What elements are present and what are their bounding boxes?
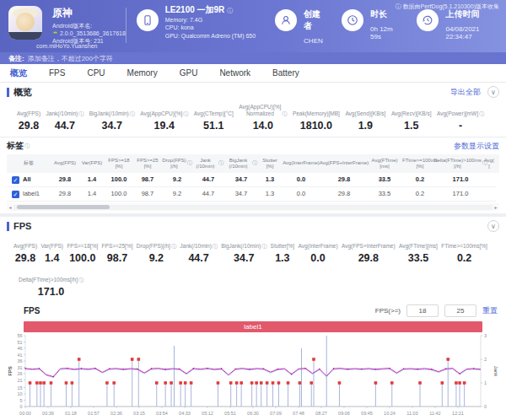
fps-threshold-label: FPS(>=) — [375, 307, 401, 315]
table-header-row: 标签Avg(FPS)Var(FPS)FPS>=18 [%]FPS>=25 [%]… — [7, 154, 499, 173]
stat-FTime>=100ms[%]: FTime>=100ms[%]0.2 — [441, 235, 487, 264]
info-icon[interactable]: ⓘ — [252, 160, 257, 167]
info-icon[interactable]: ⓘ — [282, 110, 287, 117]
jank-marker — [155, 381, 159, 385]
jank-marker — [277, 381, 281, 385]
device-cpu: kona — [180, 24, 193, 30]
stat-Avg(CTemp)[°C]: Avg(CTemp)[°C]51.1 — [194, 103, 234, 132]
info-icon: ⓘ — [396, 3, 401, 11]
scrollbar-track[interactable] — [13, 205, 493, 210]
info-icon[interactable]: ⓘ — [479, 110, 484, 117]
x-tick: 03:15 — [133, 411, 145, 416]
upload-time-value: 04/08/2021 22:34:47 — [445, 25, 498, 40]
jank-marker — [217, 381, 220, 385]
info-icon[interactable]: ⓘ — [213, 243, 218, 250]
collapse-fps-button[interactable]: ∨ — [487, 220, 499, 232]
row-checkbox[interactable]: ✓ — [12, 191, 19, 198]
reset-link[interactable]: 重置 — [482, 305, 498, 316]
duration-block: 时长 0h 12m 59s — [342, 6, 398, 40]
scroll-left-arrow[interactable]: ◄ — [7, 205, 13, 210]
tab-Network[interactable]: Network — [219, 68, 250, 78]
column-header-text: Avg( [ — [483, 158, 495, 170]
scrollbar-thumb[interactable] — [17, 205, 110, 209]
stat-label: Avg(InterFrame) — [298, 235, 337, 250]
column-header-text: Jank (/10min) — [193, 158, 218, 170]
info-icon[interactable]: ⓘ — [227, 7, 233, 15]
jank-marker — [170, 381, 173, 385]
stat-value: 9.2 — [137, 252, 176, 264]
info-icon[interactable]: ⓘ — [130, 110, 135, 117]
info-icon[interactable]: ⓘ — [78, 110, 83, 117]
fps-threshold-input-low[interactable] — [406, 304, 439, 317]
stat-label: Avg(FPS) — [17, 103, 40, 117]
fps-point — [333, 368, 335, 369]
column-header-text: Drop(FPS) [/h] — [162, 158, 186, 170]
perfdog-source-note: ⓘ 数据由PerfDog(5.1.210300)版本收集 — [396, 3, 499, 11]
fps-threshold-input-high[interactable] — [444, 304, 476, 317]
column-header: Avg( [ — [482, 154, 496, 173]
info-icon[interactable]: ⓘ — [78, 277, 83, 283]
creator-label: 创建者 — [304, 8, 323, 32]
column-header: 标签 — [7, 154, 51, 173]
row-value-cell: 1.3 — [258, 187, 282, 202]
jank-marker — [287, 381, 290, 385]
stat-label-text: FTime>=100ms[%] — [441, 243, 487, 250]
x-tick: 05:51 — [224, 411, 236, 416]
stat-label: Peak(Memory)[MB] — [293, 103, 340, 117]
row-value-cell: 9.2 — [162, 187, 192, 202]
fps-chart[interactable]: 0510152126313641465156012300:0000:3901:1… — [0, 334, 506, 420]
stat-value: 33.5 — [399, 252, 438, 264]
info-icon[interactable]: ⓘ — [24, 143, 30, 150]
fps-point — [109, 369, 110, 370]
stat-label-text: Avg(FPS) — [13, 243, 37, 250]
row-checkbox[interactable]: ✓ — [12, 176, 19, 184]
info-icon[interactable]: ⓘ — [261, 243, 266, 250]
fps-point — [179, 369, 180, 370]
app-name: 原神 — [52, 6, 126, 20]
tab-Battery[interactable]: Battery — [272, 68, 299, 78]
collapse-overview-button[interactable]: ∨ — [487, 86, 499, 98]
column-header-text: Var(FPS) — [82, 160, 103, 167]
notes-label: 备注: — [8, 54, 24, 63]
fps-point — [431, 369, 433, 370]
x-tick: 07:09 — [270, 411, 282, 416]
info-icon[interactable]: ⓘ — [218, 160, 223, 167]
info-icon[interactable]: ⓘ — [187, 160, 192, 167]
stat-label: Avg(FTime)[ms] — [399, 235, 438, 250]
info-icon[interactable]: ⓘ — [183, 110, 188, 117]
info-icon[interactable]: ⓘ — [171, 243, 176, 250]
y-right-tick: 1 — [484, 380, 487, 385]
tab-概览[interactable]: 概览 — [10, 67, 27, 79]
parameter-settings-link[interactable]: 参数显示设置 — [454, 141, 499, 152]
row-value-cell: 29.8 — [51, 173, 79, 187]
tab-FPS[interactable]: FPS — [49, 68, 65, 78]
label1-band[interactable]: label1 — [24, 321, 482, 332]
jank-marker — [310, 381, 313, 385]
stat-Avg(FPS): Avg(FPS)29.8 — [13, 235, 37, 264]
tab-bar: 概览FPSCPUMemoryGPUNetworkBattery — [0, 64, 506, 83]
tab-Memory[interactable]: Memory — [127, 68, 158, 78]
stat-label: Avg(AppCPU)[%] Normalizedⓘ — [239, 103, 287, 117]
stat-value: 51.1 — [194, 120, 234, 132]
tab-CPU[interactable]: CPU — [87, 68, 105, 78]
y-left-tick: 41 — [17, 353, 22, 358]
fps-point — [67, 368, 68, 369]
row-value-cell: 0.0 — [282, 173, 320, 187]
export-all-link[interactable]: 导出全部 — [450, 87, 481, 98]
overview-stats-row: Avg(FPS)29.8Jank(/10min)ⓘ44.7BigJank(/10… — [0, 101, 506, 137]
tab-GPU[interactable]: GPU — [180, 68, 198, 78]
overview-title: 概览 — [13, 86, 32, 99]
column-header-text: Avg(FPS) — [54, 160, 76, 167]
fps-point — [39, 368, 40, 369]
stat-label: Avg(Recv)[KB/s] — [391, 103, 432, 117]
row-value-cell: 44.7 — [192, 187, 224, 202]
stat-label-text: Avg(AppCPU)[%] Normalized — [239, 104, 281, 117]
column-header-text: Delta(FTime)>100ms [/h] — [433, 158, 481, 170]
notes-bar[interactable]: 备注: 添加备注，不超过200个字符 — [0, 52, 506, 64]
x-tick: 07:48 — [293, 411, 304, 416]
column-header: Jank (/10min)ⓘ — [192, 154, 224, 173]
x-tick: 12:21 — [452, 411, 464, 416]
scroll-right-arrow[interactable]: ► — [493, 205, 499, 210]
fps-point — [249, 369, 250, 370]
fps-line-chart[interactable]: 0510152126313641465156012300:0000:3901:1… — [7, 334, 499, 420]
